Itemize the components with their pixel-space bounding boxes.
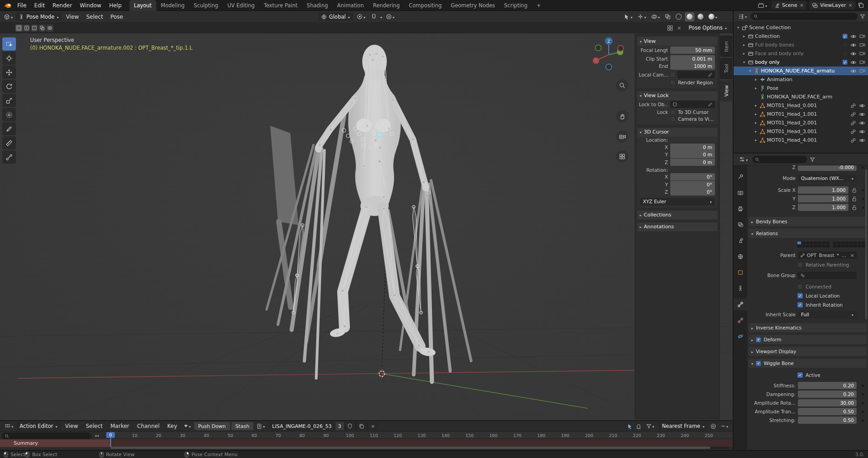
tab-object-icon[interactable] (734, 267, 747, 278)
frame-tick[interactable]: 190 (561, 433, 569, 438)
outliner-row[interactable]: ▸Collection (734, 32, 868, 41)
outliner-row[interactable]: ▸MOT01_Head_0.001 (734, 101, 868, 110)
ds-menu-marker[interactable]: Marker (107, 423, 132, 429)
hide-eye-icon[interactable] (850, 69, 857, 73)
duplicate-viewlayer-icon[interactable] (858, 2, 864, 8)
frame-tick[interactable]: 230 (657, 433, 665, 438)
xray-toggle-icon[interactable] (663, 12, 673, 21)
tab-bone-icon[interactable] (734, 298, 747, 310)
move-tool-button[interactable] (2, 66, 16, 79)
caret-right-icon[interactable]: ▸ (753, 112, 759, 116)
frame-tick[interactable]: 150 (465, 433, 473, 438)
caret-right-icon[interactable]: ▸ (741, 51, 747, 56)
current-frame-badge[interactable]: 0 (106, 432, 115, 438)
outliner-item-label[interactable]: MOT01_Head_3.001 (767, 129, 817, 134)
select-mode-subtract-icon[interactable] (31, 25, 38, 31)
outliner-row[interactable]: ▸Animation (734, 75, 868, 84)
tab-scene-icon[interactable] (734, 235, 747, 247)
pan-hand-button[interactable] (616, 110, 628, 123)
to-3d-cursor-checkbox[interactable]: To 3D Cursor (670, 109, 715, 115)
link-icon[interactable] (850, 138, 856, 143)
outliner-item-label[interactable]: HONOKA_NUDE.FACE_arm (767, 94, 832, 100)
local-location-checkbox[interactable]: Local Location (747, 292, 868, 299)
bone-layer-cell[interactable] (801, 245, 805, 247)
bone-layer-cell[interactable] (845, 242, 849, 244)
camera-visibility-icon[interactable] (859, 34, 865, 39)
frame-tick[interactable]: 110 (370, 433, 378, 438)
bone-layer-cell[interactable] (853, 245, 857, 247)
caret-right-icon[interactable]: ▸ (741, 43, 747, 47)
bone-layer-cell[interactable] (837, 245, 841, 247)
exclude-checkbox[interactable] (842, 60, 847, 65)
outliner-row[interactable]: ▸MOT01_Head_3.001 (734, 127, 868, 136)
local-camera-field[interactable] (677, 71, 715, 78)
render-region-checkbox[interactable]: Render Region (670, 80, 715, 85)
tab-viewlayer-icon[interactable] (734, 219, 747, 231)
properties-editor-icon[interactable] (737, 155, 750, 164)
hide-eye-icon[interactable] (859, 112, 865, 117)
link-icon[interactable] (850, 103, 856, 108)
tab-object-data-icon[interactable] (734, 283, 747, 294)
caret-down-icon[interactable]: ▾ (747, 69, 753, 73)
tab-physics-icon[interactable] (734, 330, 747, 342)
dope-sheet-editor-icon[interactable] (3, 422, 15, 431)
workspace-tab-modeling[interactable]: Modeling (156, 0, 189, 10)
timeline-ruler[interactable]: 0102030405060708090100110120130140150160… (111, 432, 733, 439)
exclude-checkbox[interactable] (842, 51, 847, 56)
bone-layer-cell[interactable] (841, 245, 845, 247)
filter-funnel-icon[interactable] (860, 14, 865, 19)
frame-tick[interactable]: 130 (417, 433, 426, 438)
workspace-tab-sculpting[interactable]: Sculpting (189, 0, 223, 10)
bone-layer-cell[interactable] (849, 242, 853, 244)
animate-dot[interactable] (862, 411, 864, 413)
bone-layer-cell[interactable] (858, 245, 861, 247)
summary-keyframes-row[interactable] (111, 439, 733, 447)
caret-right-icon[interactable]: ▸ (753, 121, 759, 125)
expand-arrows-icon[interactable]: ↔ (95, 433, 99, 439)
ds-menu-select[interactable]: Select (82, 423, 106, 429)
link-icon[interactable] (850, 129, 856, 134)
menu-render[interactable]: Render (49, 0, 76, 11)
fake-user-shield-icon[interactable] (344, 422, 356, 430)
outliner-item-label[interactable]: Pose (767, 85, 778, 91)
tab-view[interactable]: View (720, 80, 732, 102)
transform-orientation-dropdown[interactable]: Global (318, 12, 353, 21)
camera-view-button[interactable] (616, 130, 628, 143)
menu-edit[interactable]: Edit (31, 0, 48, 11)
cursor-tool-button[interactable] (2, 51, 16, 65)
tab-output-icon[interactable] (734, 203, 747, 215)
menu-file[interactable]: File (14, 0, 30, 11)
close-icon[interactable] (800, 2, 804, 8)
clip-end-field[interactable]: 1000 m (670, 62, 715, 70)
animate-dot[interactable] (862, 166, 864, 169)
tab-item[interactable]: Item (720, 36, 732, 57)
bone-layer-cell[interactable] (818, 242, 822, 244)
lock-to-object-field[interactable] (670, 101, 715, 108)
hide-eye-icon[interactable] (850, 60, 857, 65)
channel-search-input[interactable] (2, 432, 91, 440)
workspace-tab-animation[interactable]: Animation (333, 0, 369, 10)
tab-render-icon[interactable] (734, 187, 747, 199)
outliner-item-label[interactable]: Full body bones (755, 42, 794, 48)
editor-mode-dropdown[interactable]: Action Editor (16, 422, 61, 431)
hide-eye-icon[interactable] (850, 51, 857, 56)
hide-eye-icon[interactable] (850, 43, 857, 47)
select-mode-extend-icon[interactable] (23, 25, 30, 31)
action-dropdown-icon[interactable] (182, 422, 193, 431)
hide-eye-icon[interactable] (850, 34, 857, 39)
frame-tick[interactable]: 160 (489, 433, 498, 438)
amplitude-rotation-field[interactable]: 30.00 (798, 399, 857, 407)
ds-menu-key[interactable]: Key (164, 423, 180, 429)
menu-help[interactable]: Help (105, 0, 125, 11)
cursor-rot-y-field[interactable]: 0° (670, 181, 715, 188)
outliner-item-label[interactable]: MOT01_Head_2.001 (767, 120, 817, 126)
bone-layer-cell[interactable] (806, 242, 809, 244)
panel-collections-header[interactable]: Collections (637, 211, 718, 220)
outliner-row[interactable]: ▾body only (734, 58, 868, 67)
annotate-tool-button[interactable] (2, 122, 16, 135)
bone-layer-cell[interactable] (845, 245, 849, 247)
caret-right-icon[interactable]: ▸ (753, 129, 759, 134)
bone-layer-cell[interactable] (853, 242, 857, 244)
clip-start-field[interactable]: 0.001 m (670, 55, 715, 62)
bone-layer-cell[interactable] (833, 242, 837, 244)
